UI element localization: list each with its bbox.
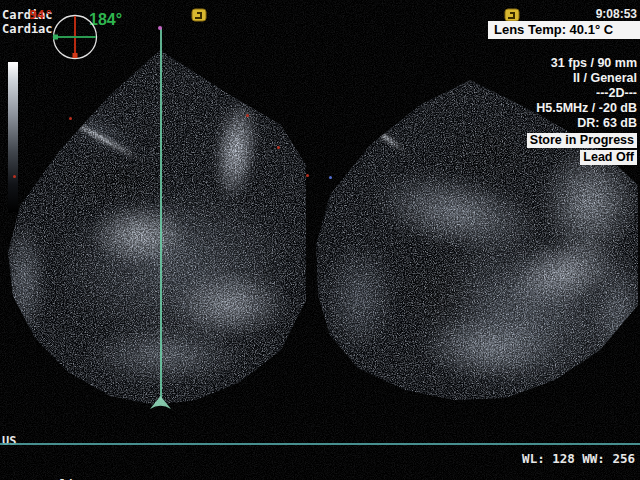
focus-marker-dot [69, 117, 72, 120]
focus-marker-dot [306, 174, 309, 177]
param-line-fps: 31 fps / 90 mm [527, 56, 637, 71]
clock-time: 9:08:53 [596, 8, 637, 21]
grayscale-bar [8, 62, 18, 212]
focus-marker-dot [13, 175, 16, 178]
param-line-2d: ---2D--- [527, 86, 637, 101]
store-progress-badge: Store in Progress [527, 133, 637, 148]
param-line-mode-group: II / General [527, 71, 637, 86]
window-level-readout: WL: 128 WW: 256 [522, 451, 635, 466]
param-line-freq-gain: H5.5MHz / -20 dB [527, 101, 637, 116]
focus-marker-dot [246, 114, 249, 117]
baseline-rule [0, 443, 640, 445]
imaging-params-panel: 31 fps / 90 mm II / General ---2D--- H5.… [527, 56, 637, 165]
ultrasound-viewer-screen: Cardiac Cardiac 94° 184° 9:08:53 Lens Te… [0, 0, 640, 480]
probe-orientation-marker-icon [191, 8, 207, 22]
focus-marker-dot [329, 176, 332, 179]
focus-marker-dot [277, 146, 280, 149]
lead-off-badge: Lead Off [580, 150, 637, 165]
preset-label-line-2: Cardiac [2, 23, 53, 36]
dicom-info-modality: US [2, 434, 89, 449]
mmode-cursor-line[interactable] [160, 28, 162, 400]
param-line-dr: DR: 63 dB [527, 116, 637, 131]
probe-orientation-marker-icon [504, 8, 520, 22]
multiplane-angle-dial-icon [52, 14, 98, 60]
mmode-cursor-origin-dot [158, 26, 162, 30]
cursor-arrow-icon[interactable] [148, 394, 173, 412]
multiplane-angle-red-value: 94° [29, 8, 52, 21]
lens-temp-banner: Lens Temp: 40.1° C [488, 21, 640, 39]
